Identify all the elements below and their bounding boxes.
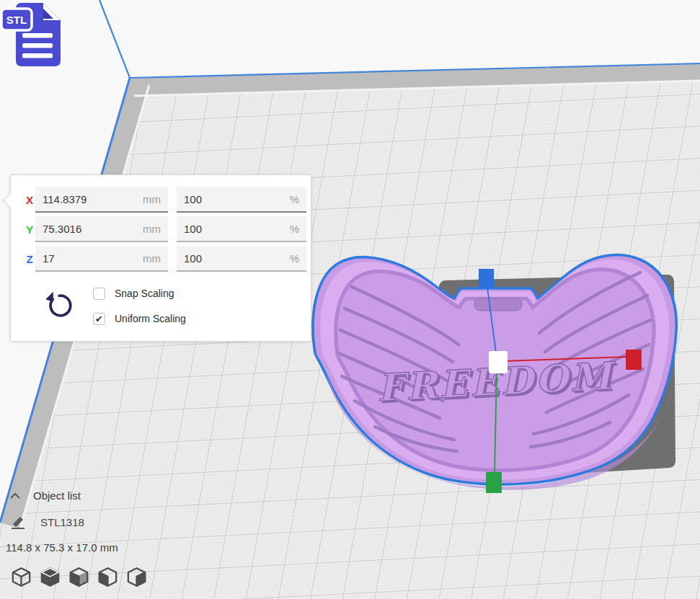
scale-x-mm-input[interactable]: 114.8379 mm <box>35 187 168 213</box>
axis-label-z: Z <box>22 246 37 273</box>
snap-scaling-label[interactable]: Snap Scaling <box>115 288 174 299</box>
object-list-label: Object list <box>33 489 81 502</box>
view-left-button[interactable] <box>97 566 119 588</box>
scale-y-percent-unit: % <box>290 223 299 235</box>
snap-scaling-checkbox[interactable] <box>93 288 105 300</box>
object-list-toggle[interactable]: Object list <box>9 489 81 502</box>
uniform-scaling-checkbox[interactable]: ✔ <box>93 313 105 325</box>
reset-scale-button[interactable] <box>44 290 73 321</box>
scale-y-mm-input[interactable]: 75.3016 mm <box>35 216 168 242</box>
stl-badge-label: STL <box>6 14 27 26</box>
tab-slot <box>474 298 522 311</box>
scale-z-percent-value: 100 <box>184 252 202 265</box>
gizmo-y-handle[interactable] <box>486 472 502 493</box>
scale-x-mm-unit: mm <box>143 193 161 205</box>
model-dimensions: 114.8 x 75.3 x 17.0 mm <box>6 541 118 554</box>
scale-y-percent-value: 100 <box>184 223 202 235</box>
view-right-button[interactable] <box>125 566 148 588</box>
scale-x-percent-input[interactable]: 100 % <box>177 187 306 213</box>
chevron-up-icon <box>9 491 22 501</box>
scale-z-percent-input[interactable]: 100 % <box>177 246 306 272</box>
scale-row-x: X 114.8379 mm 100 % <box>11 187 311 214</box>
gizmo-z-handle[interactable] <box>479 269 494 288</box>
scale-y-mm-value: 75.3016 <box>43 223 81 235</box>
snap-scaling-row: Snap Scaling <box>93 286 174 301</box>
scale-x-mm-value: 114.8379 <box>43 193 87 205</box>
gizmo-x-handle[interactable] <box>626 350 642 370</box>
stl-file-icon: STL <box>0 0 66 72</box>
scale-z-percent-unit: % <box>290 252 299 265</box>
axis-label-y: Y <box>22 216 37 244</box>
view-3d-button[interactable] <box>10 566 32 588</box>
uniform-scaling-label[interactable]: Uniform Scaling <box>115 313 186 324</box>
scale-row-y: Y 75.3016 mm 100 % <box>11 216 311 244</box>
scale-x-percent-value: 100 <box>184 193 202 205</box>
scale-row-z: Z 17 mm 100 % <box>11 246 311 273</box>
camera-view-buttons <box>10 566 148 588</box>
scale-x-percent-unit: % <box>290 193 299 205</box>
view-top-button[interactable] <box>68 566 90 588</box>
scale-z-mm-value: 17 <box>43 252 55 265</box>
axis-label-x: X <box>22 187 37 214</box>
pencil-icon <box>10 514 26 530</box>
object-name: STL1318 <box>40 516 84 528</box>
uniform-scaling-row: ✔ Uniform Scaling <box>93 311 186 326</box>
view-front-button[interactable] <box>39 566 61 588</box>
scale-y-percent-input[interactable]: 100 % <box>177 216 306 242</box>
gizmo-center-handle[interactable] <box>489 351 508 373</box>
scale-tool-panel: X 114.8379 mm 100 % Y 75.3016 mm 100 % Z… <box>10 174 311 342</box>
object-list-item[interactable]: STL1318 <box>10 514 84 530</box>
scale-y-mm-unit: mm <box>143 223 161 235</box>
scale-z-mm-unit: mm <box>143 252 161 265</box>
scale-z-mm-input[interactable]: 17 mm <box>35 246 168 272</box>
